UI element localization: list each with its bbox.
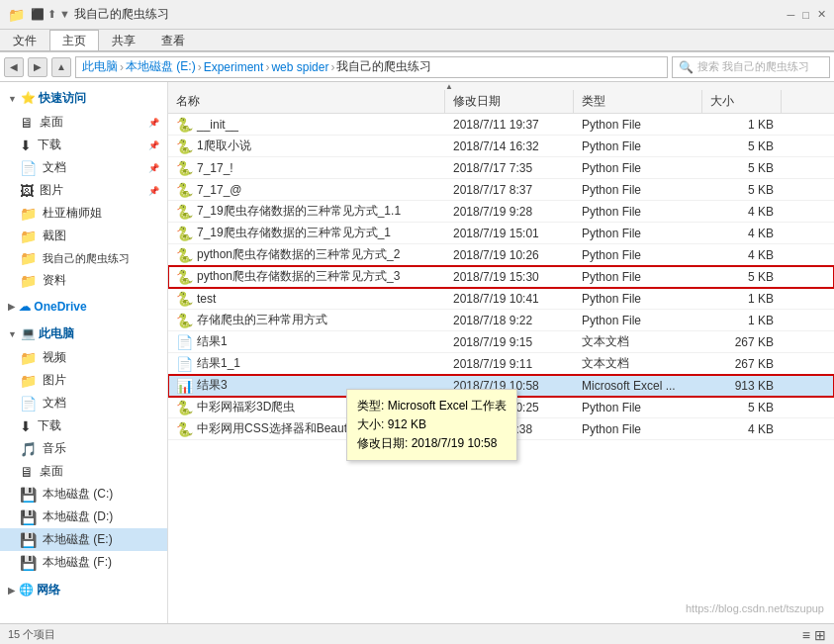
file-type: Microsoft Excel ... — [574, 379, 702, 393]
tooltip: 类型: Microsoft Excel 工作表 大小: 912 KB 修改日期:… — [346, 389, 517, 461]
table-row[interactable]: 🐍 python爬虫存储数据的三种常见方式_2 2018/7/19 10:26 … — [168, 244, 834, 266]
file-type: 文本文档 — [574, 355, 702, 372]
table-row[interactable]: 🐍 7_19爬虫存储数据的三种常见方式_1 2018/7/19 15:01 Py… — [168, 223, 834, 244]
sidebar-item-video[interactable]: 📁 视频 — [0, 346, 167, 369]
table-row[interactable]: 🐍 7_17_! 2018/7/17 7:35 Python File 5 KB — [168, 157, 834, 179]
col-type-label: 类型 — [582, 93, 605, 110]
sidebar-item-d[interactable]: 💾 本地磁盘 (D:) — [0, 506, 167, 528]
sidebar-item-label: 截图 — [43, 228, 66, 244]
forward-button[interactable]: ▶ — [28, 57, 47, 77]
tab-view[interactable]: 查看 — [148, 30, 198, 50]
file-type: Python File — [574, 248, 702, 262]
file-type-icon: 🐍 — [176, 313, 193, 328]
sidebar-item-screenshot[interactable]: 📁 截图 — [0, 225, 167, 247]
search-box[interactable]: 🔍 搜索 我自己的爬虫练习 — [672, 56, 830, 78]
sidebar-item-dl[interactable]: ⬇ 下载 — [0, 414, 167, 437]
tooltip-date: 修改日期: 2018/7/19 10:58 — [357, 435, 507, 452]
file-type-icon: 🐍 — [176, 204, 193, 220]
folder-icon: 📁 — [20, 250, 37, 266]
file-size: 5 KB — [702, 183, 782, 197]
sidebar-item-document[interactable]: 📄 文档 — [0, 392, 167, 414]
tooltip-type: 类型: Microsoft Excel 工作表 — [357, 398, 507, 414]
disk-icon: 💾 — [20, 487, 37, 503]
sidebar-item-pictures[interactable]: 🖼 图片 📌 — [0, 179, 167, 202]
sidebar-item-e[interactable]: 💾 本地磁盘 (E:) — [0, 528, 167, 551]
file-date: 2018/7/17 8:37 — [445, 183, 574, 197]
sidebar-item-music[interactable]: 🎵 音乐 — [0, 437, 167, 460]
path-drive[interactable]: 本地磁盘 (E:) — [126, 58, 196, 75]
col-header-size[interactable]: 大小 — [702, 90, 782, 113]
file-name: 📄 结果1 — [168, 333, 445, 350]
sidebar-item-duyanan[interactable]: 📁 杜亚楠师姐 — [0, 202, 167, 225]
sidebar-item-photo[interactable]: 📁 图片 — [0, 369, 167, 392]
sidebar-thispc-header[interactable]: ▼ 💻 此电脑 — [0, 322, 167, 346]
document-icon: 📄 — [20, 396, 37, 412]
close-btn[interactable]: ✕ — [817, 8, 826, 21]
sidebar-item-f[interactable]: 💾 本地磁盘 (F:) — [0, 551, 167, 574]
sidebar-item-materials[interactable]: 📁 资料 — [0, 269, 167, 292]
file-size: 5 KB — [702, 270, 782, 284]
sidebar-item-downloads[interactable]: ⬇ 下载 📌 — [0, 134, 167, 156]
table-row[interactable]: 🐍 7_19爬虫存储数据的三种常见方式_1.1 2018/7/19 9:28 P… — [168, 201, 834, 223]
path-thispc[interactable]: 此电脑 — [82, 58, 118, 75]
path-webspider[interactable]: web spider — [271, 60, 328, 74]
sidebar-item-spider[interactable]: 📁 我自己的爬虫练习 — [0, 247, 167, 269]
file-date: 2018/7/19 9:28 — [445, 205, 574, 219]
download-icon: ⬇ — [20, 138, 32, 153]
table-row[interactable]: 📄 结果1 2018/7/19 9:15 文本文档 267 KB — [168, 331, 834, 353]
up-button[interactable]: ▲ — [51, 57, 71, 77]
col-header-name[interactable]: 名称 — [168, 90, 445, 113]
disk-icon: 💾 — [20, 509, 37, 525]
path-experiment[interactable]: Experiment — [204, 60, 264, 74]
table-row[interactable]: 🐍 1爬取小说 2018/7/14 16:32 Python File 5 KB — [168, 136, 834, 157]
tab-share[interactable]: 共享 — [99, 30, 148, 50]
view-list-btn[interactable]: ≡ — [802, 627, 810, 643]
sidebar-item-desk[interactable]: 🖥 桌面 — [0, 460, 167, 483]
tooltip-size: 大小: 912 KB — [357, 416, 507, 433]
sidebar-item-desktop[interactable]: 🖥 桌面 📌 — [0, 111, 167, 134]
address-path[interactable]: 此电脑 › 本地磁盘 (E:) › Experiment › web spide… — [75, 56, 668, 78]
table-row[interactable]: 🐍 存储爬虫的三种常用方式 2018/7/18 9:22 Python File… — [168, 310, 834, 331]
table-row[interactable]: 🐍 python爬虫存储数据的三种常见方式_3 2018/7/19 15:30 … — [168, 266, 834, 288]
file-size: 5 KB — [702, 139, 782, 153]
pin-icon: 📌 — [148, 163, 159, 173]
sidebar-item-c[interactable]: 💾 本地磁盘 (C:) — [0, 483, 167, 506]
minimize-btn[interactable]: ─ — [788, 9, 795, 21]
table-row[interactable]: 🐍 test 2018/7/19 10:41 Python File 1 KB — [168, 288, 834, 310]
file-name-text: python爬虫存储数据的三种常见方式_3 — [197, 268, 400, 285]
table-row[interactable]: 🐍 7_17_@ 2018/7/17 8:37 Python File 5 KB — [168, 179, 834, 201]
view-grid-btn[interactable]: ⊞ — [814, 627, 826, 643]
file-size: 4 KB — [702, 205, 782, 219]
col-header-date[interactable]: 修改日期 — [445, 90, 574, 113]
sidebar-quickaccess-header[interactable]: ▼ ⭐ 快速访问 — [0, 86, 167, 111]
sort-indicator[interactable]: ▲ — [168, 82, 834, 90]
title-text: 我自己的爬虫练习 — [74, 6, 169, 23]
desktop-icon: 🖥 — [20, 115, 34, 131]
table-row[interactable]: 📄 结果1_1 2018/7/19 9:11 文本文档 267 KB — [168, 353, 834, 375]
file-name-text: 存储爬虫的三种常用方式 — [197, 312, 327, 328]
sidebar-network-header[interactable]: ▶ 🌐 网络 — [0, 578, 167, 602]
table-row[interactable]: 🐍 __init__ 2018/7/11 19:37 Python File 1… — [168, 114, 834, 136]
maximize-btn[interactable]: □ — [802, 9, 809, 21]
file-type-icon: 📊 — [176, 378, 193, 394]
file-type-icon: 🐍 — [176, 247, 193, 263]
file-size: 1 KB — [702, 314, 782, 327]
file-type-icon: 🐍 — [176, 138, 193, 154]
file-type-icon: 🐍 — [176, 117, 193, 133]
sidebar-item-label: 下载 — [38, 137, 61, 153]
video-icon: 📁 — [20, 350, 37, 366]
search-icon: 🔍 — [679, 60, 694, 74]
address-bar: ◀ ▶ ▲ 此电脑 › 本地磁盘 (E:) › Experiment › web… — [0, 52, 834, 82]
sidebar-onedrive-header[interactable]: ▶ ☁ OneDrive — [0, 296, 167, 318]
file-size: 4 KB — [702, 248, 782, 262]
sidebar-item-label: 资料 — [43, 272, 66, 289]
docs-icon: 📄 — [20, 160, 37, 176]
sidebar-item-docs[interactable]: 📄 文档 📌 — [0, 156, 167, 179]
col-header-type[interactable]: 类型 — [574, 90, 702, 113]
chevron-icon: ▶ — [8, 302, 15, 312]
back-button[interactable]: ◀ — [4, 57, 24, 77]
file-name: 🐍 python爬虫存储数据的三种常见方式_2 — [168, 246, 445, 263]
tab-home[interactable]: 主页 — [49, 30, 99, 50]
sidebar-item-label: 文档 — [43, 395, 66, 412]
tab-file[interactable]: 文件 — [0, 30, 49, 50]
